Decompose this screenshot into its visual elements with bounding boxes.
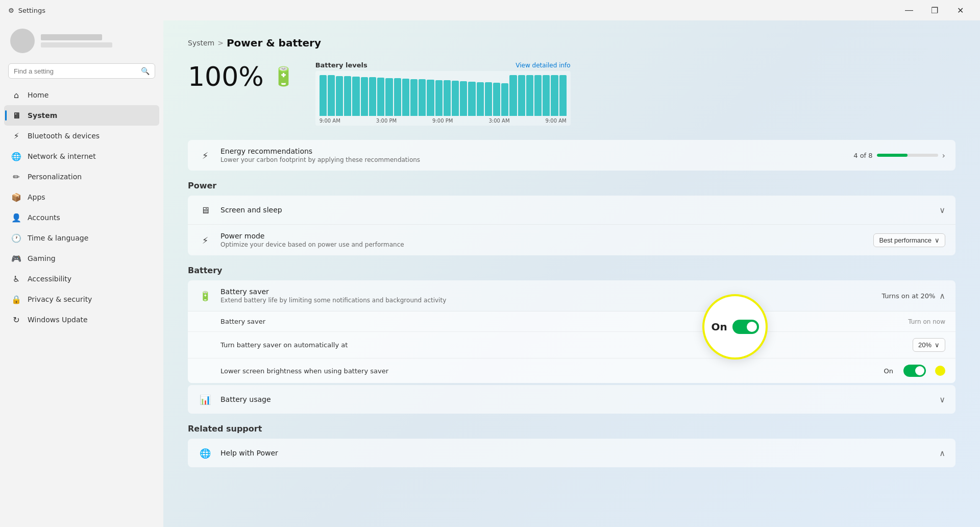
- lower-brightness-toggle[interactable]: [903, 365, 926, 377]
- chart-bar: [344, 76, 351, 116]
- help-power-row[interactable]: 🌐 Help with Power ∧: [188, 439, 955, 467]
- dropdown-chevron-icon: ∨: [935, 341, 940, 349]
- chart-bar: [477, 82, 484, 116]
- battery-saver-card: 🔋 Battery saver Extend battery life by l…: [188, 280, 955, 383]
- apps-icon: 📦: [11, 192, 21, 202]
- privacy-icon: 🔒: [11, 294, 21, 304]
- battery-saver-row[interactable]: 🔋 Battery saver Extend battery life by l…: [188, 280, 955, 312]
- battery-usage-row[interactable]: 📊 Battery usage ∨: [188, 385, 955, 414]
- chart-bar: [336, 76, 343, 116]
- help-power-info: Help with Power: [220, 449, 931, 457]
- battery-saver-status-text: Turns on at 20%: [881, 292, 935, 300]
- sidebar-item-system[interactable]: 🖥 System: [4, 105, 159, 126]
- energy-progress-fill: [877, 154, 908, 157]
- power-mode-icon: ⚡: [198, 233, 212, 247]
- sidebar-item-bluetooth[interactable]: ⚡ Bluetooth & devices: [4, 126, 159, 146]
- chart-bar: [559, 75, 567, 116]
- sidebar-item-home[interactable]: ⌂ Home: [4, 85, 159, 105]
- power-card: 🖥 Screen and sleep ∨ ⚡ Power mode Optimi…: [188, 196, 955, 255]
- sidebar-item-apps[interactable]: 📦 Apps: [4, 187, 159, 207]
- power-mode-right: Best performance ∨: [873, 233, 945, 247]
- turn-on-now-button[interactable]: Turn on now: [908, 318, 945, 325]
- energy-recommendations-info: Energy recommendations Lower your carbon…: [220, 147, 845, 163]
- sidebar-item-personalization[interactable]: ✏ Personalization: [4, 166, 159, 187]
- breadcrumb-current: Power & battery: [227, 37, 321, 49]
- callout-dot-indicator: [935, 366, 945, 376]
- search-box[interactable]: 🔍: [8, 63, 155, 79]
- main-content: System > Power & battery 100% 🔋 Battery …: [163, 20, 980, 527]
- breadcrumb-system-link[interactable]: System: [188, 39, 214, 47]
- lower-brightness-title: Lower screen brightness when using batte…: [220, 367, 878, 375]
- app-body: 🔍 ⌂ Home 🖥 System ⚡ Bluetooth & devices …: [0, 20, 980, 527]
- battery-saver-subtitle: Extend battery life by limiting some not…: [220, 297, 873, 304]
- sidebar-item-windows-update[interactable]: ↻ Windows Update: [4, 309, 159, 330]
- power-mode-dropdown[interactable]: Best performance ∨: [873, 233, 945, 247]
- help-power-right: ∧: [939, 448, 945, 458]
- battery-saver-toggle-title: Battery saver: [220, 318, 902, 325]
- battery-usage-title: Battery usage: [220, 395, 931, 403]
- screen-sleep-info: Screen and sleep: [220, 206, 931, 214]
- callout-toggle-switch[interactable]: [732, 320, 759, 334]
- chevron-up-help-icon: ∧: [939, 448, 945, 458]
- top-section: 100% 🔋 Battery levels View detailed info…: [188, 61, 955, 126]
- battery-chart-section: Battery levels View detailed info 9:00 A…: [315, 61, 571, 126]
- related-support-card: 🌐 Help with Power ∧: [188, 439, 955, 467]
- chevron-right-icon: ›: [942, 151, 945, 160]
- chart-bar: [444, 80, 451, 116]
- sidebar-item-privacy[interactable]: 🔒 Privacy & security: [4, 289, 159, 309]
- chevron-down-small-icon: ∨: [935, 236, 940, 244]
- accounts-icon: 👤: [11, 212, 21, 223]
- profile-name: [41, 34, 102, 40]
- home-icon: ⌂: [11, 90, 21, 100]
- sidebar-item-accessibility[interactable]: ♿ Accessibility: [4, 269, 159, 289]
- search-input[interactable]: [14, 67, 137, 75]
- chart-bar: [320, 75, 327, 116]
- auto-turn-on-value: 20%: [918, 341, 932, 349]
- power-mode-row[interactable]: ⚡ Power mode Optimize your device based …: [188, 225, 955, 255]
- chart-bar: [352, 77, 359, 116]
- chevron-up-icon: ∧: [939, 291, 945, 301]
- maximize-button[interactable]: ❐: [923, 2, 946, 18]
- help-power-title: Help with Power: [220, 449, 931, 457]
- close-button[interactable]: ✕: [948, 2, 972, 18]
- battery-saver-expanded: Battery saver Turn on now Turn battery s…: [188, 312, 955, 383]
- energy-recommendations-row[interactable]: ⚡ Energy recommendations Lower your carb…: [188, 140, 955, 171]
- screen-sleep-row[interactable]: 🖥 Screen and sleep ∨: [188, 196, 955, 225]
- battery-saver-title: Battery saver: [220, 288, 873, 296]
- sidebar-item-network[interactable]: 🌐 Network & internet: [4, 146, 159, 166]
- chart-bar: [385, 78, 393, 116]
- energy-progress-bar: [877, 154, 938, 157]
- energy-progress-area: 4 of 8 ›: [853, 151, 945, 160]
- view-detailed-link[interactable]: View detailed info: [516, 62, 570, 69]
- settings-icon: ⚙: [8, 7, 14, 14]
- chart-bar: [485, 82, 492, 116]
- screen-sleep-icon: 🖥: [198, 203, 212, 217]
- profile-info: [41, 34, 112, 47]
- chart-bar: [526, 75, 533, 116]
- sidebar-item-gaming[interactable]: 🎮 Gaming: [4, 248, 159, 269]
- minimize-button[interactable]: —: [897, 2, 921, 18]
- sidebar-item-time[interactable]: 🕐 Time & language: [4, 228, 159, 248]
- callout-toggle-knob: [747, 322, 757, 332]
- screen-sleep-title: Screen and sleep: [220, 206, 931, 214]
- screen-sleep-right: ∨: [939, 205, 945, 215]
- battery-saver-toggle-row: Battery saver Turn on now: [188, 312, 955, 332]
- accessibility-icon: ♿: [11, 274, 21, 284]
- battery-usage-icon: 📊: [198, 392, 212, 406]
- chart-bar: [410, 79, 418, 116]
- battery-usage-info: Battery usage: [220, 395, 931, 403]
- sidebar-profile: [0, 20, 163, 59]
- chart-bar: [518, 75, 525, 116]
- power-mode-title: Power mode: [220, 232, 865, 240]
- sidebar-item-accounts[interactable]: 👤 Accounts: [4, 207, 159, 228]
- energy-progress-text: 4 of 8: [853, 152, 872, 159]
- avatar: [10, 29, 35, 53]
- windows-update-icon: ↻: [11, 315, 21, 325]
- auto-turn-on-dropdown[interactable]: 20% ∨: [913, 338, 945, 352]
- title-bar-title: ⚙ Settings: [8, 7, 45, 14]
- chevron-down-usage-icon: ∨: [939, 395, 945, 404]
- breadcrumb: System > Power & battery: [188, 37, 955, 49]
- battery-saver-icon: 🔋: [198, 289, 212, 303]
- battery-percentage: 100%: [188, 61, 264, 92]
- chart-title: Battery levels: [315, 61, 368, 69]
